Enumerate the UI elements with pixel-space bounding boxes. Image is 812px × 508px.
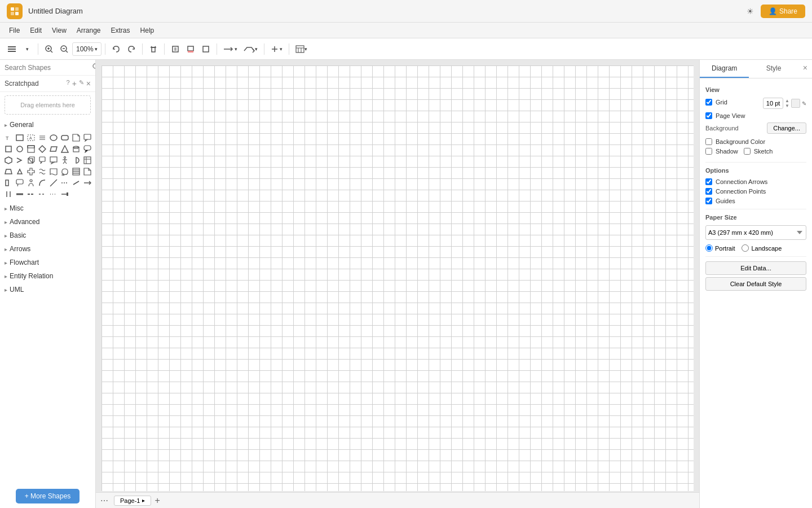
menu-view[interactable]: View [47,25,71,36]
menu-edit[interactable]: Edit [25,25,46,36]
shape-chat-bubble[interactable] [15,178,25,188]
background-change-button[interactable]: Change... [767,122,806,134]
panel-close-button[interactable]: × [798,60,812,78]
scratchpad-help-icon[interactable]: ? [67,79,70,88]
format-button[interactable] [168,42,183,56]
zoom-out-button[interactable] [57,42,72,56]
add-page-button[interactable]: + [155,496,160,506]
shape-double-slash[interactable] [3,189,14,199]
bg-color-checkbox[interactable] [705,138,712,145]
menu-file[interactable]: File [5,25,24,36]
scratchpad-add-icon[interactable]: + [72,79,77,88]
landscape-label[interactable]: Landscape [742,244,782,252]
canvas[interactable] [102,65,694,491]
shape-half-circle[interactable] [71,155,81,165]
zoom-in-button[interactable] [42,42,56,56]
section-header-general[interactable]: ▸ General [0,118,95,132]
shape-table[interactable] [82,155,92,165]
outline-button[interactable] [198,42,213,56]
shape-text-box[interactable]: A [26,133,36,143]
search-input[interactable] [5,64,89,72]
shape-swoosh-callout[interactable] [60,167,70,177]
clear-style-button[interactable]: Clear Default Style [705,277,806,291]
grid-color-swatch[interactable] [791,99,800,108]
shape-dotted-line2[interactable] [48,189,59,199]
sketch-checkbox[interactable] [744,148,751,155]
panel-tab-style[interactable]: Style [749,60,798,78]
more-shapes-button[interactable]: + More Shapes [16,489,80,503]
shape-callout-round[interactable] [82,144,92,154]
table-button[interactable]: ▾ [293,42,310,56]
shape-document[interactable] [48,167,59,177]
shadow-checkbox[interactable] [705,148,712,155]
shape-arc[interactable] [37,178,47,188]
grid-pt-input[interactable] [763,98,783,109]
delete-button[interactable] [146,42,161,56]
connection-points-checkbox[interactable] [705,188,712,195]
shape-solid-line[interactable] [15,189,25,199]
menu-extras[interactable]: Extras [107,25,135,36]
shape-hexagon[interactable] [3,155,14,165]
grid-checkbox[interactable] [705,99,712,106]
menu-arrange[interactable]: Arrange [72,25,105,36]
shape-callout-rect[interactable] [82,133,92,143]
panel-tab-diagram[interactable]: Diagram [700,60,749,78]
redo-button[interactable] [124,42,139,56]
edit-data-button[interactable]: Edit Data... [705,261,806,275]
shape-wave[interactable] [37,167,47,177]
shape-triangle[interactable] [60,144,70,154]
shape-person[interactable] [26,178,36,188]
shape-connector-end[interactable] [60,189,70,199]
shape-container[interactable] [26,144,36,154]
shape-rect[interactable] [15,133,25,143]
grid-edit-icon[interactable]: ✎ [802,100,806,107]
shape-rounded-rect[interactable] [60,133,70,143]
theme-icon[interactable]: ☀ [747,7,754,16]
insert-button[interactable]: ▾ [268,42,285,56]
shape-diamond[interactable] [37,144,47,154]
shape-dotted-line[interactable] [60,178,70,188]
shape-horizontal-lines[interactable] [71,167,81,177]
shape-square[interactable] [3,144,14,154]
section-header-basic[interactable]: ▸ Basic [0,229,95,242]
waypoint-style-button[interactable]: ▾ [241,42,261,56]
connection-style-button[interactable]: ▾ [220,42,240,56]
scratchpad-close-icon[interactable]: × [86,79,91,88]
shape-circle[interactable] [15,144,25,154]
shape-trapezoid[interactable] [3,167,14,177]
shape-note[interactable] [71,133,81,143]
shape-3d-box[interactable] [26,155,36,165]
scratchpad-edit-icon[interactable]: ✎ [79,79,84,88]
sidebar-toggle-button[interactable] [5,42,19,56]
page-tab-1[interactable]: Page-1 ▸ [114,496,151,506]
shape-chevron-right[interactable] [15,155,25,165]
section-header-entity-relation[interactable]: ▸ Entity Relation [0,269,95,283]
landscape-radio[interactable] [742,244,749,252]
shape-diagonal-line[interactable] [48,178,59,188]
shape-ellipse[interactable] [48,133,59,143]
section-header-uml[interactable]: ▸ UML [0,283,95,296]
section-header-advanced[interactable]: ▸ Advanced [0,215,95,229]
shape-speech-bubble[interactable] [37,155,47,165]
section-header-misc[interactable]: ▸ Misc [0,202,95,215]
guides-checkbox[interactable] [705,198,712,204]
shape-stickman[interactable] [60,155,70,165]
menu-help[interactable]: Help [136,25,159,36]
undo-button[interactable] [109,42,123,56]
shape-arrow-line[interactable] [82,178,92,188]
shape-line-slash[interactable] [71,178,81,188]
shape-cylinder[interactable] [71,144,81,154]
canvas-area[interactable]: ⋯ Page-1 ▸ + [96,60,699,508]
shape-parallelogram[interactable] [48,144,59,154]
portrait-radio[interactable] [705,244,713,252]
zoom-value-control[interactable]: 100% ▾ [72,42,102,56]
shape-speech-rect[interactable] [48,155,59,165]
paper-size-select[interactable]: A3 (297 mm x 420 mm) A4 (210 mm x 297 mm… [705,225,806,240]
shape-triangle-up[interactable] [15,167,25,177]
grid-pt-arrows[interactable]: ▲▼ [785,98,789,108]
shape-half-rect[interactable] [3,178,14,188]
shape-medium-line[interactable] [26,189,36,199]
more-pages-button[interactable]: ⋯ [100,496,108,505]
shape-text[interactable]: T [3,133,14,143]
share-button[interactable]: 👤 Share [761,5,805,18]
